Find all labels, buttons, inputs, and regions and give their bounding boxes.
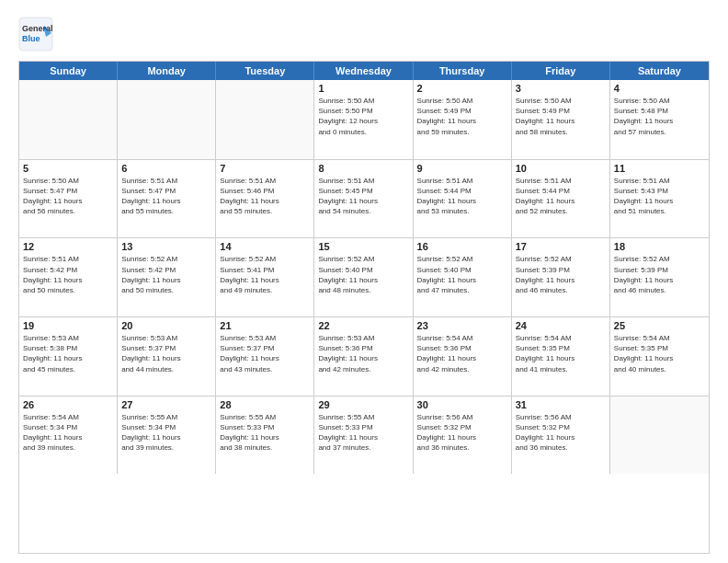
day-info: Sunrise: 5:52 AM Sunset: 5:39 PM Dayligh…: [516, 254, 606, 295]
day-info: Sunrise: 5:51 AM Sunset: 5:44 PM Dayligh…: [516, 176, 606, 217]
header: General Blue: [18, 17, 710, 52]
day-cell-26: 26Sunrise: 5:54 AM Sunset: 5:34 PM Dayli…: [19, 396, 118, 475]
day-info: Sunrise: 5:55 AM Sunset: 5:34 PM Dayligh…: [121, 412, 211, 454]
day-info: Sunrise: 5:55 AM Sunset: 5:33 PM Dayligh…: [318, 412, 408, 454]
day-cell-1: 1Sunrise: 5:50 AM Sunset: 5:50 PM Daylig…: [314, 80, 413, 159]
day-cell-10: 10Sunrise: 5:51 AM Sunset: 5:44 PM Dayli…: [512, 160, 610, 238]
day-info: Sunrise: 5:54 AM Sunset: 5:35 PM Dayligh…: [516, 333, 606, 374]
empty-cell-4-6: [610, 396, 709, 475]
day-cell-21: 21Sunrise: 5:53 AM Sunset: 5:37 PM Dayli…: [216, 317, 314, 396]
day-number: 7: [220, 163, 310, 174]
day-info: Sunrise: 5:54 AM Sunset: 5:34 PM Dayligh…: [23, 412, 113, 454]
day-cell-12: 12Sunrise: 5:51 AM Sunset: 5:42 PM Dayli…: [19, 238, 118, 316]
day-number: 29: [318, 399, 408, 410]
day-number: 23: [417, 320, 507, 331]
day-cell-27: 27Sunrise: 5:55 AM Sunset: 5:34 PM Dayli…: [118, 396, 216, 475]
day-number: 25: [614, 320, 705, 331]
day-info: Sunrise: 5:56 AM Sunset: 5:32 PM Dayligh…: [417, 412, 507, 454]
day-cell-13: 13Sunrise: 5:52 AM Sunset: 5:42 PM Dayli…: [118, 238, 216, 316]
day-cell-23: 23Sunrise: 5:54 AM Sunset: 5:36 PM Dayli…: [414, 317, 512, 396]
day-number: 2: [417, 83, 507, 94]
day-cell-3: 3Sunrise: 5:50 AM Sunset: 5:49 PM Daylig…: [512, 80, 610, 159]
empty-cell-0-1: [118, 80, 216, 159]
header-day-sunday: Sunday: [19, 62, 118, 80]
day-number: 9: [417, 163, 507, 174]
day-cell-17: 17Sunrise: 5:52 AM Sunset: 5:39 PM Dayli…: [512, 238, 610, 316]
header-day-saturday: Saturday: [610, 62, 709, 80]
empty-cell-0-0: [19, 80, 118, 159]
day-info: Sunrise: 5:52 AM Sunset: 5:39 PM Dayligh…: [614, 254, 705, 295]
day-number: 18: [614, 241, 705, 252]
empty-cell-0-2: [216, 80, 314, 159]
day-info: Sunrise: 5:52 AM Sunset: 5:40 PM Dayligh…: [318, 254, 408, 295]
calendar: SundayMondayTuesdayWednesdayThursdayFrid…: [18, 61, 710, 554]
logo: General Blue: [18, 17, 53, 52]
day-info: Sunrise: 5:53 AM Sunset: 5:37 PM Dayligh…: [220, 333, 310, 374]
day-cell-28: 28Sunrise: 5:55 AM Sunset: 5:33 PM Dayli…: [216, 396, 314, 475]
logo-wrapper: General Blue: [18, 17, 53, 52]
day-cell-22: 22Sunrise: 5:53 AM Sunset: 5:36 PM Dayli…: [314, 317, 413, 396]
day-cell-6: 6Sunrise: 5:51 AM Sunset: 5:47 PM Daylig…: [118, 160, 216, 238]
svg-text:Blue: Blue: [22, 34, 40, 43]
day-info: Sunrise: 5:50 AM Sunset: 5:47 PM Dayligh…: [23, 176, 113, 217]
day-info: Sunrise: 5:50 AM Sunset: 5:49 PM Dayligh…: [516, 96, 606, 137]
day-info: Sunrise: 5:51 AM Sunset: 5:47 PM Dayligh…: [121, 176, 211, 217]
day-cell-30: 30Sunrise: 5:56 AM Sunset: 5:32 PM Dayli…: [414, 396, 512, 475]
day-number: 24: [516, 320, 606, 331]
header-day-friday: Friday: [512, 62, 610, 80]
header-day-monday: Monday: [118, 62, 216, 80]
day-cell-4: 4Sunrise: 5:50 AM Sunset: 5:48 PM Daylig…: [610, 80, 709, 159]
week-row-1: 5Sunrise: 5:50 AM Sunset: 5:47 PM Daylig…: [19, 159, 709, 238]
week-row-3: 19Sunrise: 5:53 AM Sunset: 5:38 PM Dayli…: [19, 316, 709, 396]
day-number: 31: [516, 399, 606, 410]
day-info: Sunrise: 5:54 AM Sunset: 5:35 PM Dayligh…: [614, 333, 705, 374]
day-cell-2: 2Sunrise: 5:50 AM Sunset: 5:49 PM Daylig…: [414, 80, 512, 159]
week-row-0: 1Sunrise: 5:50 AM Sunset: 5:50 PM Daylig…: [19, 80, 709, 159]
day-number: 1: [318, 83, 408, 94]
day-cell-8: 8Sunrise: 5:51 AM Sunset: 5:45 PM Daylig…: [314, 160, 413, 238]
day-number: 17: [516, 241, 606, 252]
calendar-body: 1Sunrise: 5:50 AM Sunset: 5:50 PM Daylig…: [19, 80, 709, 553]
day-number: 12: [23, 241, 113, 252]
day-info: Sunrise: 5:53 AM Sunset: 5:36 PM Dayligh…: [318, 333, 408, 374]
day-number: 28: [220, 399, 310, 410]
day-info: Sunrise: 5:53 AM Sunset: 5:37 PM Dayligh…: [121, 333, 211, 374]
day-number: 30: [417, 399, 507, 410]
day-info: Sunrise: 5:51 AM Sunset: 5:46 PM Dayligh…: [220, 176, 310, 217]
header-day-thursday: Thursday: [414, 62, 512, 80]
day-cell-24: 24Sunrise: 5:54 AM Sunset: 5:35 PM Dayli…: [512, 317, 610, 396]
day-cell-16: 16Sunrise: 5:52 AM Sunset: 5:40 PM Dayli…: [414, 238, 512, 316]
day-number: 21: [220, 320, 310, 331]
day-cell-14: 14Sunrise: 5:52 AM Sunset: 5:41 PM Dayli…: [216, 238, 314, 316]
day-info: Sunrise: 5:52 AM Sunset: 5:41 PM Dayligh…: [220, 254, 310, 295]
day-number: 27: [121, 399, 211, 410]
day-cell-9: 9Sunrise: 5:51 AM Sunset: 5:44 PM Daylig…: [414, 160, 512, 238]
day-info: Sunrise: 5:54 AM Sunset: 5:36 PM Dayligh…: [417, 333, 507, 374]
day-number: 8: [318, 163, 408, 174]
day-number: 13: [121, 241, 211, 252]
day-info: Sunrise: 5:51 AM Sunset: 5:43 PM Dayligh…: [614, 176, 705, 217]
day-number: 16: [417, 241, 507, 252]
day-cell-19: 19Sunrise: 5:53 AM Sunset: 5:38 PM Dayli…: [19, 317, 118, 396]
day-number: 26: [23, 399, 113, 410]
day-number: 19: [23, 320, 113, 331]
day-info: Sunrise: 5:52 AM Sunset: 5:42 PM Dayligh…: [121, 254, 211, 295]
header-day-wednesday: Wednesday: [314, 62, 413, 80]
day-number: 14: [220, 241, 310, 252]
day-number: 11: [614, 163, 705, 174]
day-number: 5: [23, 163, 113, 174]
day-number: 10: [516, 163, 606, 174]
logo-icon: General Blue: [18, 17, 53, 52]
day-info: Sunrise: 5:50 AM Sunset: 5:49 PM Dayligh…: [417, 96, 507, 137]
day-info: Sunrise: 5:51 AM Sunset: 5:45 PM Dayligh…: [318, 176, 408, 217]
day-cell-5: 5Sunrise: 5:50 AM Sunset: 5:47 PM Daylig…: [19, 160, 118, 238]
header-day-tuesday: Tuesday: [216, 62, 314, 80]
week-row-2: 12Sunrise: 5:51 AM Sunset: 5:42 PM Dayli…: [19, 237, 709, 316]
day-number: 6: [121, 163, 211, 174]
day-number: 15: [318, 241, 408, 252]
day-info: Sunrise: 5:56 AM Sunset: 5:32 PM Dayligh…: [516, 412, 606, 454]
day-info: Sunrise: 5:51 AM Sunset: 5:44 PM Dayligh…: [417, 176, 507, 217]
day-cell-25: 25Sunrise: 5:54 AM Sunset: 5:35 PM Dayli…: [610, 317, 709, 396]
day-info: Sunrise: 5:51 AM Sunset: 5:42 PM Dayligh…: [23, 254, 113, 295]
day-cell-29: 29Sunrise: 5:55 AM Sunset: 5:33 PM Dayli…: [314, 396, 413, 475]
